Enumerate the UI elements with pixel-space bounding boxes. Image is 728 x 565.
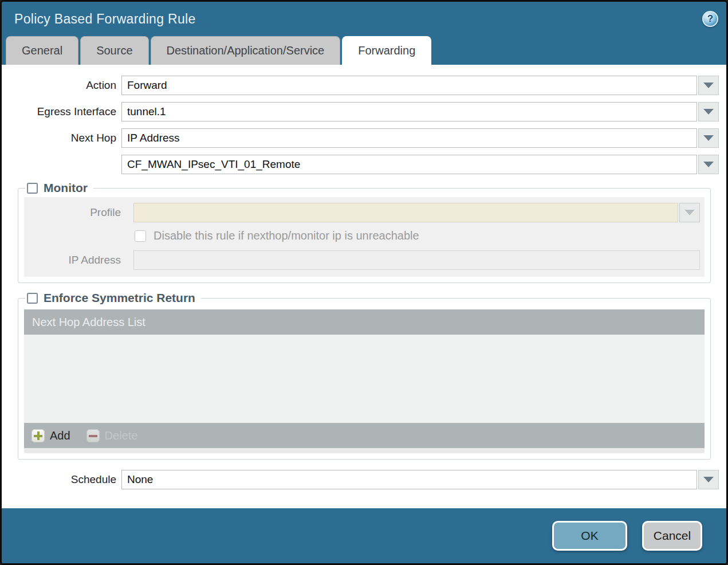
egress-interface-row: Egress Interface tunnel.1 [2,102,719,121]
delete-button: Delete [86,429,138,442]
chevron-down-icon [684,210,695,215]
table-bottom-strip [24,448,705,453]
disable-rule-row: Disable this rule if nexthop/monitor ip … [135,229,700,242]
add-button-label: Add [50,429,70,442]
schedule-row: Schedule None [2,470,719,489]
monitor-ip-address-row: IP Address [24,250,700,270]
tab-bar: General Source Destination/Application/S… [2,36,726,65]
next-hop-address-row: CF_MWAN_IPsec_VTI_01_Remote [2,155,719,174]
minus-icon [86,429,100,442]
next-hop-address-list-table: Next Hop Address List Add Delete [24,309,705,453]
egress-interface-select[interactable]: tunnel.1 [121,102,697,121]
cancel-button[interactable]: Cancel [642,521,702,551]
profile-label: Profile [24,206,133,219]
monitor-checkbox[interactable] [27,183,38,194]
monitor-title: Monitor [44,181,88,195]
action-select[interactable]: Forward [121,76,697,95]
action-dropdown-button[interactable] [698,76,719,95]
profile-row: Profile [24,203,700,222]
chevron-down-icon [703,135,714,141]
action-row: Action Forward [2,76,719,95]
dialog-titlebar: Policy Based Forwarding Rule ? [2,2,726,36]
next-hop-label: Next Hop [2,132,121,144]
monitor-ip-address-input [133,250,700,270]
egress-interface-dropdown-button[interactable] [698,102,719,121]
schedule-dropdown-button[interactable] [698,470,719,489]
tab-source[interactable]: Source [80,36,148,65]
policy-based-forwarding-dialog: Policy Based Forwarding Rule ? General S… [0,0,728,565]
chevron-down-icon [703,83,714,88]
add-button[interactable]: Add [32,429,70,442]
monitor-panel: Profile Disable this rule if nexthop/mon… [24,197,705,277]
monitor-section: Monitor Profile Disable this rule if nex… [18,181,711,283]
dialog-footer: OK Cancel [2,508,726,563]
next-hop-address-list-header: Next Hop Address List [24,309,705,335]
enforce-symmetric-return-legend: Enforce Symmetric Return [25,291,201,305]
next-hop-address-list-body[interactable] [24,335,705,423]
schedule-select[interactable]: None [121,470,697,489]
chevron-down-icon [703,477,714,482]
monitor-legend: Monitor [25,181,93,195]
action-label: Action [2,79,121,92]
plus-icon [32,429,45,442]
forwarding-tab-panel: Action Forward Egress Interface tunnel.1… [2,65,726,508]
next-hop-row: Next Hop IP Address [2,128,719,148]
next-hop-address-select[interactable]: CF_MWAN_IPsec_VTI_01_Remote [121,155,697,174]
schedule-label: Schedule [2,473,121,486]
next-hop-dropdown-button[interactable] [698,128,719,148]
tab-general[interactable]: General [6,36,78,65]
chevron-down-icon [703,162,714,167]
chevron-down-icon [703,109,714,115]
ok-button[interactable]: OK [552,521,627,551]
help-icon[interactable]: ? [702,11,718,27]
delete-button-label: Delete [105,429,138,442]
tab-destination-application-service[interactable]: Destination/Application/Service [151,36,341,65]
enforce-symmetric-return-checkbox[interactable] [27,293,38,304]
disable-rule-checkbox [135,230,146,242]
disable-rule-label: Disable this rule if nexthop/monitor ip … [154,229,419,242]
next-hop-type-select[interactable]: IP Address [121,128,697,148]
profile-select [133,203,678,222]
enforce-symmetric-return-section: Enforce Symmetric Return Next Hop Addres… [18,291,711,460]
next-hop-address-list-toolbar: Add Delete [24,423,705,448]
profile-dropdown-button [679,203,700,222]
next-hop-address-dropdown-button[interactable] [698,155,719,174]
monitor-ip-address-label: IP Address [24,254,133,266]
egress-interface-label: Egress Interface [2,105,121,118]
tab-forwarding[interactable]: Forwarding [342,36,431,65]
enforce-symmetric-return-title: Enforce Symmetric Return [44,291,195,305]
dialog-title: Policy Based Forwarding Rule [14,11,196,27]
